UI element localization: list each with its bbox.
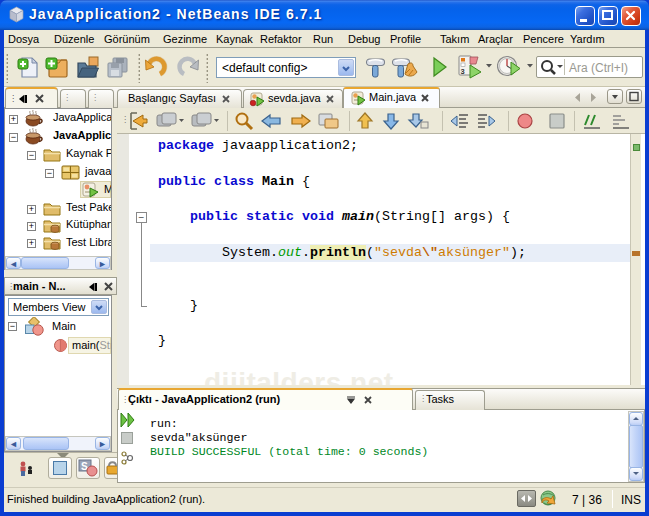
svg-text:3: 3: [461, 67, 465, 76]
